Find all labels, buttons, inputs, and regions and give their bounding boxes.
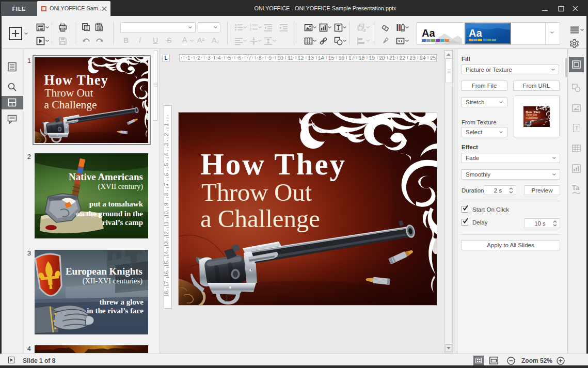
svg-text:14: 14: [164, 251, 169, 257]
svg-text:2: 2: [250, 27, 252, 31]
svg-text:9: 9: [269, 55, 272, 61]
svg-text:rival’s camp: rival’s camp: [102, 218, 143, 227]
svg-text:5: 5: [228, 55, 231, 61]
svg-text:1: 1: [187, 55, 190, 61]
svg-text:4: 4: [164, 153, 169, 156]
svg-text:8: 8: [259, 55, 262, 61]
svg-text:2: 2: [164, 133, 169, 136]
svg-text:on the ground in the: on the ground in the: [76, 210, 143, 218]
svg-text:16: 16: [164, 271, 169, 277]
svg-text:Aa: Aa: [422, 27, 435, 39]
svg-text:6: 6: [164, 173, 169, 176]
svg-text:put a tomahawk: put a tomahawk: [89, 200, 144, 208]
svg-text:17: 17: [164, 281, 169, 287]
svg-text:8: 8: [164, 193, 169, 196]
svg-text:1: 1: [164, 123, 169, 126]
svg-text:threw a glove: threw a glove: [99, 298, 144, 306]
svg-text:7: 7: [248, 55, 251, 61]
svg-text:12: 12: [164, 231, 169, 237]
svg-text:18: 18: [164, 291, 169, 297]
svg-text:6: 6: [238, 55, 241, 61]
svg-text:European Knights: European Knights: [66, 266, 142, 277]
svg-text:11: 11: [164, 221, 169, 227]
svg-text:(XII-XVI centuries): (XII-XVI centuries): [83, 277, 143, 285]
svg-text:2: 2: [198, 55, 201, 61]
svg-text:4: 4: [218, 55, 221, 61]
svg-text:3: 3: [208, 55, 211, 61]
svg-text:5: 5: [164, 163, 169, 166]
svg-text:9: 9: [164, 203, 169, 206]
svg-text:15: 15: [164, 261, 169, 267]
svg-text:3: 3: [164, 143, 169, 146]
svg-text:7: 7: [164, 183, 169, 186]
svg-text:Native Americans: Native Americans: [69, 171, 143, 182]
svg-text:13: 13: [164, 241, 169, 247]
svg-text:(XVII century): (XVII century): [98, 182, 144, 191]
svg-text:10: 10: [164, 211, 169, 217]
svg-text:1: 1: [250, 23, 252, 27]
svg-text:Aa: Aa: [469, 27, 482, 39]
svg-text:in the rival’s face: in the rival’s face: [87, 307, 144, 315]
